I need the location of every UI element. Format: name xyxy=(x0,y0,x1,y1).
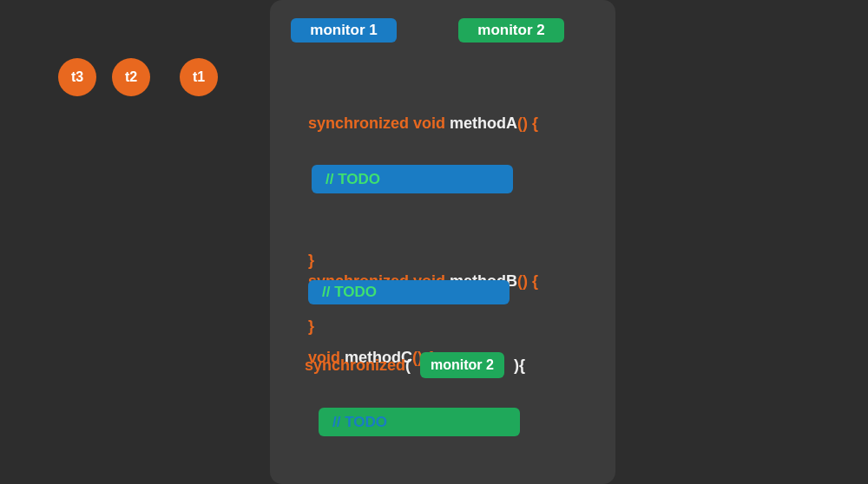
thread-t2[interactable]: t2 xyxy=(112,58,150,96)
method-c-sync-open: ( xyxy=(405,356,415,375)
method-c-todo-text: // TODO xyxy=(332,414,387,431)
method-c-sync-line: synchronized( monitor 2 ){ xyxy=(305,352,525,378)
code-panel: monitor 1 monitor 2 synchronized void me… xyxy=(270,0,615,484)
method-a-name: methodA xyxy=(450,114,517,132)
method-b-todo-block: // TODO xyxy=(308,280,510,304)
monitor-2-badge[interactable]: monitor 2 xyxy=(458,18,564,43)
thread-t1[interactable]: t1 xyxy=(180,58,218,96)
keyword-synchronized-c: synchronized xyxy=(305,356,405,375)
monitor-1-badge[interactable]: monitor 1 xyxy=(291,18,397,43)
method-b-todo-text: // TODO xyxy=(322,284,377,301)
method-a-paren-brace: () { xyxy=(517,114,538,132)
method-a-todo-block: // TODO xyxy=(312,165,513,193)
method-a-signature: synchronized void methodA() { xyxy=(291,96,538,151)
method-c-close: }} xyxy=(291,467,320,484)
method-c-todo-block: // TODO xyxy=(319,408,520,436)
method-c-sync-close: ){ xyxy=(510,356,525,375)
thread-t3[interactable]: t3 xyxy=(58,58,96,96)
monitor-2-inline-badge[interactable]: monitor 2 xyxy=(420,352,504,378)
keyword-synchronized-void: synchronized void xyxy=(308,114,450,132)
method-b-paren-brace: () { xyxy=(517,272,538,290)
method-a-todo-text: // TODO xyxy=(326,171,380,188)
